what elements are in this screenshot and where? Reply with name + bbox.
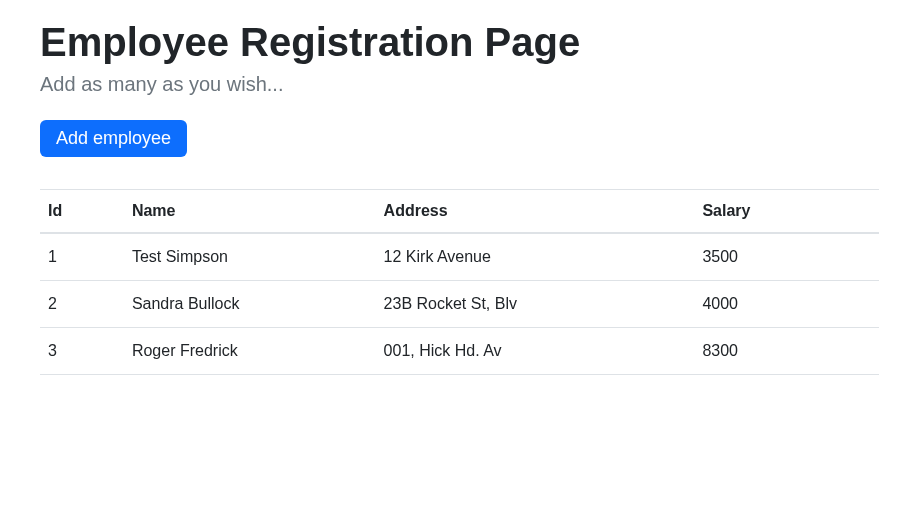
table-row: 1 Test Simpson 12 Kirk Avenue 3500 [40, 233, 879, 281]
column-header-address: Address [376, 190, 695, 234]
table-row: 2 Sandra Bullock 23B Rocket St, Blv 4000 [40, 281, 879, 328]
column-header-name: Name [124, 190, 376, 234]
cell-name: Test Simpson [124, 233, 376, 281]
cell-salary: 3500 [694, 233, 879, 281]
column-header-salary: Salary [694, 190, 879, 234]
cell-address: 001, Hick Hd. Av [376, 328, 695, 375]
cell-name: Roger Fredrick [124, 328, 376, 375]
cell-id: 2 [40, 281, 124, 328]
cell-salary: 8300 [694, 328, 879, 375]
cell-address: 23B Rocket St, Blv [376, 281, 695, 328]
add-employee-button[interactable]: Add employee [40, 120, 187, 157]
cell-name: Sandra Bullock [124, 281, 376, 328]
cell-salary: 4000 [694, 281, 879, 328]
page-subtitle: Add as many as you wish... [40, 73, 879, 96]
table-header-row: Id Name Address Salary [40, 190, 879, 234]
page-title: Employee Registration Page [40, 20, 879, 65]
employee-table: Id Name Address Salary 1 Test Simpson 12… [40, 189, 879, 375]
table-row: 3 Roger Fredrick 001, Hick Hd. Av 8300 [40, 328, 879, 375]
cell-id: 1 [40, 233, 124, 281]
cell-address: 12 Kirk Avenue [376, 233, 695, 281]
column-header-id: Id [40, 190, 124, 234]
cell-id: 3 [40, 328, 124, 375]
